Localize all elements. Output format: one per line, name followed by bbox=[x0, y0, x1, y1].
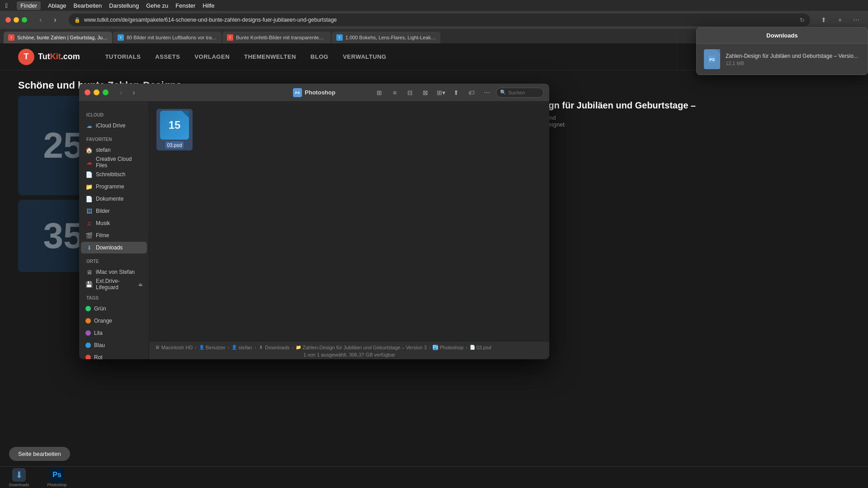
nav-tutorials[interactable]: TUTORIALS bbox=[98, 43, 148, 70]
browser-close-btn[interactable] bbox=[5, 17, 11, 23]
menubar-finder[interactable]: Finder bbox=[17, 1, 41, 10]
sidebar-item-musik[interactable]: ♫ Musik bbox=[81, 217, 147, 229]
menubar-darstellung[interactable]: Darstellung bbox=[109, 2, 139, 9]
icloud-section-label: iCloud bbox=[79, 111, 149, 119]
sidebar-tag-lila[interactable]: Lila bbox=[81, 327, 147, 339]
breadcrumb-downloads[interactable]: ⬇ Downloads bbox=[258, 345, 289, 350]
site-logo[interactable]: T TutKit.com bbox=[18, 49, 80, 65]
breadcrumb-stefan[interactable]: 👤 stefan bbox=[231, 345, 252, 350]
finder-close-btn[interactable] bbox=[85, 89, 90, 95]
browser-tab-0[interactable]: T Schöne, bunte Zahlen | Geburtstag, Jub… bbox=[4, 32, 112, 43]
sidebar-item-programme[interactable]: 📁 Programme bbox=[81, 181, 147, 192]
tag-rot-dot bbox=[85, 355, 91, 359]
psd-number: 15 bbox=[169, 120, 181, 131]
menubar-fenster[interactable]: Fenster bbox=[175, 2, 195, 9]
browser-tab-3[interactable]: T 1.000 Bokehs, Lens-Flares, Light-Leaks… bbox=[332, 32, 440, 43]
file-icon-wrap: 15 bbox=[160, 111, 189, 140]
sidebar-tag-rot[interactable]: Rot bbox=[81, 352, 147, 359]
address-bar[interactable]: 🔒 www.tutkit.com/de/gesamtpakete/614-sch… bbox=[69, 14, 810, 26]
finder-minimize-btn[interactable] bbox=[94, 89, 99, 95]
downloads-popover: Downloads PS Zahlen-Design für Jubiläen … bbox=[696, 27, 868, 75]
sidebar-item-creative-cloud[interactable]: ☁ Creative Cloud Files bbox=[81, 156, 147, 168]
breadcrumb-macintosh[interactable]: 🖥 Macintosh HD bbox=[155, 345, 193, 350]
browser-maximize-btn[interactable] bbox=[22, 17, 27, 23]
sidebar-item-dokumente[interactable]: 📄 Dokumente bbox=[81, 193, 147, 205]
browser-more-btn[interactable]: ⋯ bbox=[850, 14, 863, 25]
nav-verwaltung[interactable]: VERWALTUNG bbox=[335, 43, 393, 70]
imac-label: iMac von Stefan bbox=[96, 269, 135, 275]
breadcrumb-stefan-icon: 👤 bbox=[231, 345, 237, 350]
downloads-label: Downloads bbox=[96, 244, 123, 251]
sidebar-item-schreibtisch[interactable]: 📄 Schreibtisch bbox=[81, 169, 147, 180]
breadcrumb-hd-icon: 🖥 bbox=[155, 345, 160, 350]
finder-fullscreen-btn[interactable] bbox=[103, 89, 108, 95]
menubar-hilfe[interactable]: Hilfe bbox=[203, 2, 214, 9]
nav-blog[interactable]: BLOG bbox=[303, 43, 336, 70]
file-item-03psd[interactable]: 15 03.psd bbox=[156, 109, 193, 150]
browser-add-tab-btn[interactable]: + bbox=[834, 14, 846, 25]
breadcrumb-downloads-label: Downloads bbox=[265, 345, 289, 350]
breadcrumb-photoshop[interactable]: Ps Photoshop bbox=[433, 345, 463, 350]
breadcrumb-file-label: 03.psd bbox=[476, 345, 491, 350]
finder-list-view-btn[interactable]: ≡ bbox=[388, 87, 401, 98]
taskbar-downloads-label: Downloads bbox=[9, 483, 29, 487]
browser-tab-1[interactable]: T 80 Bilder mit bunten Luftballons vor t… bbox=[113, 32, 222, 43]
finder-share-btn[interactable]: ⬆ bbox=[450, 87, 462, 98]
nav-vorlagen[interactable]: VORLAGEN bbox=[187, 43, 237, 70]
breadcrumb-folder-icon: 📁 bbox=[296, 345, 301, 350]
breadcrumb-file[interactable]: 📄 03.psd bbox=[470, 345, 491, 350]
sidebar-tag-orange[interactable]: Orange bbox=[81, 315, 147, 327]
sidebar-item-stefan[interactable]: 🏠 stefan bbox=[81, 144, 147, 156]
browser-share-btn[interactable]: ⬆ bbox=[817, 14, 830, 25]
breadcrumb-benutzer[interactable]: 👤 Benutzer bbox=[199, 345, 226, 350]
sidebar-tag-gruen[interactable]: Grün bbox=[81, 303, 147, 314]
finder-search[interactable]: 🔍 bbox=[496, 88, 544, 98]
refresh-icon[interactable]: ↻ bbox=[800, 17, 805, 23]
taskbar-photoshop[interactable]: Ps Photoshop bbox=[38, 466, 76, 488]
finder-more-btn[interactable]: ⋯ bbox=[481, 87, 493, 98]
product-info-2: Zahlen-Design für Jubiläen und Geburtsta… bbox=[497, 96, 850, 128]
tag-lila-dot bbox=[85, 330, 91, 336]
breadcrumb-zahlen[interactable]: 📁 Zahlen-Design für Jubiläen und Geburts… bbox=[296, 345, 427, 350]
sidebar-item-imac[interactable]: 🖥 iMac von Stefan bbox=[81, 266, 147, 278]
finder-titlebar: ‹ › PS Photoshop ⊞ ≡ ⊟ ⊠ ⊞▾ ⬆ 🏷 ⋯ 🔍 bbox=[79, 84, 549, 102]
bilder-label: Bilder bbox=[96, 208, 110, 214]
popover-file-icon: PS bbox=[704, 49, 720, 69]
edit-page-button[interactable]: Seite bearbeiten bbox=[9, 447, 70, 461]
browser-tab-2[interactable]: T Bunte Konfetti-Bilder mit transparente… bbox=[222, 32, 331, 43]
sidebar-item-bilder[interactable]: 🖼 Bilder bbox=[81, 205, 147, 217]
sidebar-tag-blau[interactable]: Blau bbox=[81, 339, 147, 351]
finder-column-view-btn[interactable]: ⊟ bbox=[404, 87, 416, 98]
sidebar-item-icloud-drive[interactable]: ☁ iCloud Drive bbox=[81, 120, 147, 131]
browser-toolbar: ‹ › 🔒 www.tutkit.com/de/gesamtpakete/614… bbox=[0, 11, 868, 29]
tab-favicon-0: T bbox=[8, 34, 14, 41]
taskbar-photoshop-icon: Ps bbox=[50, 468, 64, 482]
tags-section-label: Tags bbox=[79, 294, 149, 302]
finder-sort-btn[interactable]: ⊞▾ bbox=[434, 87, 447, 98]
popover-download-item[interactable]: PS Zahlen-Design für Jubiläen und Geburt… bbox=[697, 44, 868, 75]
taskbar-downloads[interactable]: ⬇ Downloads bbox=[0, 466, 38, 488]
browser-minimize-btn[interactable] bbox=[14, 17, 19, 23]
menubar-bearbeiten[interactable]: Bearbeiten bbox=[73, 2, 102, 9]
finder-files-area: 15 03.psd bbox=[149, 102, 549, 341]
finder-back-btn[interactable]: ‹ bbox=[116, 87, 127, 98]
eject-icon[interactable]: ⏏ bbox=[138, 282, 142, 287]
apple-menu-icon[interactable]:  bbox=[5, 2, 8, 9]
browser-back-btn[interactable]: ‹ bbox=[34, 14, 47, 25]
finder-nav-buttons: ‹ › bbox=[116, 87, 139, 98]
sidebar-item-downloads[interactable]: ⬇ Downloads bbox=[81, 242, 147, 253]
finder-forward-btn[interactable]: › bbox=[128, 87, 139, 98]
sidebar-item-filme[interactable]: 🎬 Filme bbox=[81, 230, 147, 241]
finder-search-input[interactable] bbox=[508, 90, 540, 95]
menubar-gehe-zu[interactable]: Gehe zu bbox=[146, 2, 168, 9]
nav-assets[interactable]: ASSETS bbox=[148, 43, 187, 70]
tab-title-0: Schöne, bunte Zahlen | Geburtstag, Jubil… bbox=[17, 35, 108, 40]
menubar-ablage[interactable]: Ablage bbox=[48, 2, 66, 9]
browser-forward-btn[interactable]: › bbox=[49, 14, 61, 25]
finder-icon-view-btn[interactable]: ⊞ bbox=[373, 87, 386, 98]
finder-tag-btn[interactable]: 🏷 bbox=[465, 87, 478, 98]
sidebar-item-ext-drive[interactable]: 💾 Ext.Drive-Lifeguard ⏏ bbox=[81, 278, 147, 290]
nav-themenwelten[interactable]: THEMENWELTEN bbox=[237, 43, 303, 70]
finder-gallery-view-btn[interactable]: ⊠ bbox=[419, 87, 432, 98]
browser-action-buttons: ⬆ + ⋯ bbox=[817, 14, 863, 25]
